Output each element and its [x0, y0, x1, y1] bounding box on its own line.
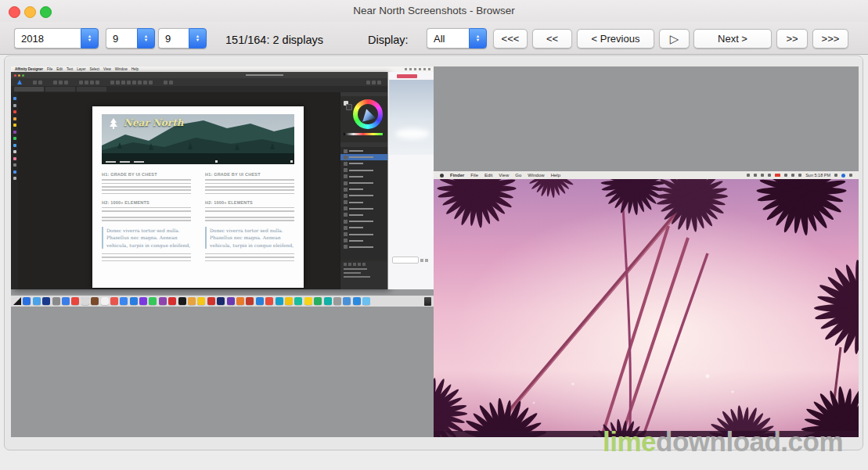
day-value[interactable]: 9 — [158, 28, 189, 48]
tool-icon — [13, 144, 16, 147]
watermark-prefix: lime — [603, 426, 656, 457]
app-window: Near North Screenshots - Browser 2018 ▲ … — [0, 0, 868, 470]
previous-button[interactable]: < Previous — [577, 29, 654, 48]
dock-app-icon — [333, 297, 341, 305]
tool-icon — [13, 110, 16, 113]
mini-input — [392, 257, 419, 264]
year-stepper[interactable]: 2018 ▲ ▼ — [14, 28, 99, 48]
last-button[interactable]: >>> — [812, 29, 848, 48]
notification-center-icon — [849, 174, 852, 177]
menu-item: Layer — [77, 67, 85, 71]
display2-screenshot: Finder File Edit View Go Window Help Sun… — [434, 171, 859, 437]
dock-app-icon — [324, 297, 332, 305]
dock-app-icon — [362, 297, 370, 305]
day-stepper-buttons[interactable]: ▲ ▼ — [189, 28, 207, 48]
dock-app-icon — [33, 297, 41, 305]
menu-item: File — [470, 173, 478, 178]
menu-item: Window — [115, 67, 128, 71]
history-panel — [340, 261, 387, 289]
menu-item: Affinity Designer — [15, 67, 43, 71]
month-value[interactable]: 9 — [106, 28, 137, 48]
month-stepper[interactable]: 9 ▲ ▼ — [106, 28, 155, 48]
tool-icon — [13, 170, 16, 174]
menubar-clock: Sun 5:18 PM — [805, 173, 830, 178]
year-value[interactable]: 2018 — [14, 28, 81, 48]
toolbar: 2018 ▲ ▼ 9 ▲ ▼ 9 ▲ ▼ 151/164: 2 displays… — [0, 22, 868, 55]
dock-app-icon — [265, 297, 273, 305]
dock-app-icon — [23, 297, 31, 305]
menu-item: View — [103, 67, 111, 71]
dock-app-icon — [42, 297, 50, 305]
dock-app-icon — [110, 297, 118, 305]
menu-item: Window — [528, 173, 544, 178]
affinity-toolbar — [11, 78, 387, 86]
tool-icon — [13, 157, 16, 160]
document-column: H1: GRADE BY UI CHEST H2: 1000+ ELEMENTS… — [205, 172, 294, 263]
menubar-status-icons — [405, 68, 434, 70]
display-filter-label: Display: — [368, 34, 409, 46]
dock-app-icon — [101, 297, 109, 305]
tool-icon — [13, 177, 16, 180]
battery-icon — [775, 174, 780, 177]
layer-row — [340, 192, 387, 199]
fast-forward-button[interactable]: >> — [776, 29, 808, 48]
blockquote: Donec viverra tortor sed nulla. Phasellu… — [205, 227, 294, 249]
display1-screenshot: Affinity Designer File Edit Text Layer S… — [11, 66, 434, 307]
affinity-logo-icon — [17, 80, 22, 84]
dock-app-icon — [207, 297, 215, 305]
dock-app-icon — [227, 297, 235, 305]
play-button[interactable]: ▷ — [659, 29, 690, 48]
tool-icon — [13, 117, 16, 120]
menu-item: Edit — [56, 67, 63, 71]
layer-row — [340, 206, 387, 212]
layer-row — [340, 148, 387, 154]
menu-item: File — [47, 67, 52, 71]
affinity-titlebar — [11, 72, 387, 78]
dock-app-icon — [285, 297, 293, 305]
layer-row — [340, 167, 387, 174]
site-brand: Near North — [124, 117, 183, 128]
affinity-designer-window: Near North H1: GRADE BY UI CHEST H2: 100… — [11, 72, 387, 289]
dock-app-icon — [52, 297, 60, 305]
titlebar: Near North Screenshots - Browser — [0, 0, 868, 22]
menu-item: Text — [67, 67, 73, 71]
layer-row — [340, 186, 387, 192]
display-filter-value[interactable]: All — [427, 28, 469, 48]
display-filter-select[interactable]: All ▲ ▼ — [427, 28, 487, 48]
display1-dock — [11, 295, 434, 307]
menu-item: Select — [90, 67, 100, 71]
site-nav — [102, 159, 294, 164]
display-filter-stepper[interactable]: ▲ ▼ — [469, 28, 487, 48]
dock-app-icon — [139, 297, 147, 305]
fast-back-button[interactable]: << — [532, 29, 572, 48]
dock-app-icon — [71, 297, 79, 305]
tool-icon — [13, 131, 16, 134]
layer-row — [340, 174, 387, 180]
document-column: H1: GRADE BY UI CHEST H2: 1000+ ELEMENTS… — [102, 172, 191, 263]
layer-row — [340, 180, 387, 186]
first-button[interactable]: <<< — [493, 29, 528, 48]
trash-icon — [424, 297, 431, 306]
spotlight-icon — [834, 174, 837, 177]
year-stepper-buttons[interactable]: ▲ ▼ — [81, 28, 99, 48]
dock-app-icon — [217, 297, 225, 305]
dock-app-icon — [294, 297, 302, 305]
tool-icon — [13, 163, 16, 167]
watermark: limedownload.com — [603, 426, 843, 457]
menu-item: View — [499, 173, 509, 178]
dock-app-icon — [246, 297, 254, 305]
menubar-status-icons: Sun 5:18 PM — [747, 173, 852, 178]
tool-icon — [13, 104, 16, 107]
dock-app-icon — [159, 297, 167, 305]
dock-app-icon — [197, 297, 205, 305]
layers-panel — [340, 142, 387, 260]
affinity-canvas: Near North H1: GRADE BY UI CHEST H2: 100… — [18, 92, 340, 289]
document-columns: H1: GRADE BY UI CHEST H2: 1000+ ELEMENTS… — [102, 172, 294, 263]
day-stepper[interactable]: 9 ▲ ▼ — [158, 28, 207, 48]
chevron-down-icon: ▼ — [476, 38, 480, 42]
next-button[interactable]: Next > — [693, 29, 772, 48]
tool-icon — [13, 150, 16, 153]
month-stepper-buttons[interactable]: ▲ ▼ — [137, 28, 155, 48]
dock-app-icon — [304, 297, 312, 305]
window-title: Near North Screenshots - Browser — [0, 5, 868, 16]
